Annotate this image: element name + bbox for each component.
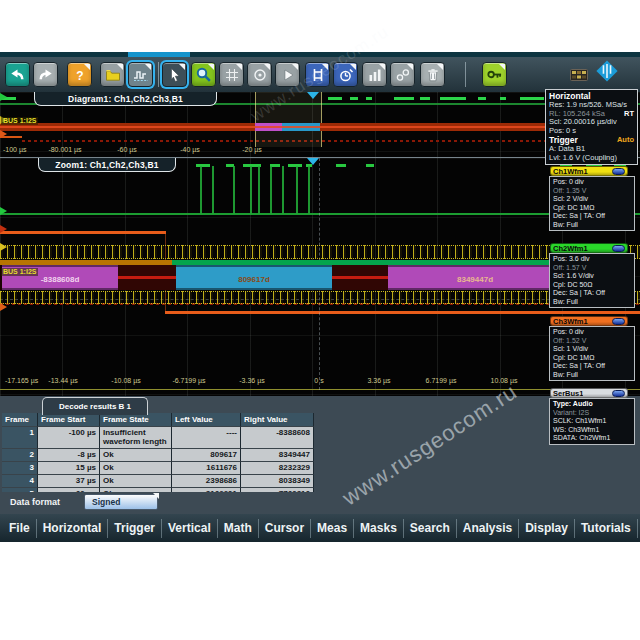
menu-masks[interactable]: Masks — [354, 519, 404, 538]
ch2-dash — [328, 97, 342, 100]
file-open-button[interactable] — [100, 62, 125, 87]
reference-button[interactable] — [275, 62, 300, 87]
channel-info-line: Off: 1.57 V — [553, 264, 631, 273]
autoset-key-button[interactable] — [482, 62, 507, 87]
zoom1-bus-label: BUS 1:I2S — [1, 268, 38, 276]
menu-tutorials[interactable]: Tutorials — [575, 519, 638, 538]
channel-name: Ch2Wfm1 — [553, 244, 588, 253]
redo-icon — [37, 66, 54, 83]
ch2-spike — [270, 166, 272, 214]
menu-analysis[interactable]: Analysis — [457, 519, 519, 538]
toolbar-separator — [158, 62, 159, 87]
table-row[interactable]: 1-100 µsInsufficient waveform length----… — [2, 427, 314, 449]
channel-marker — [0, 130, 7, 138]
keypad-icon[interactable] — [570, 67, 588, 85]
column-header-frame-start[interactable]: Frame Start — [38, 413, 100, 427]
serbus1-panel[interactable]: Type: AudioVariant: I2SSCLK: Ch1Wfm1WS: … — [549, 398, 635, 445]
ch1wfm1-panel[interactable]: Pos: 0 divOff: 1.35 VScl: 2 V/divCpl: DC… — [549, 176, 635, 231]
trigger-position-marker[interactable] — [307, 158, 319, 165]
ch3wfm1-header[interactable]: Ch3Wfm1 — [550, 316, 628, 326]
cursor-select-icon — [167, 67, 183, 83]
table-row[interactable]: 437 µsOk23986868038349 — [2, 475, 314, 488]
delete-tool-button[interactable] — [420, 62, 445, 87]
zone-trigger-button[interactable] — [219, 62, 244, 87]
column-header-left-value[interactable]: Left Value — [172, 413, 241, 427]
frame-cell: Ok — [100, 449, 172, 462]
ch3wfm1-panel[interactable]: Pos: 0 divOff: 1.52 VScl: 1 V/divCpl: DC… — [549, 326, 635, 381]
ch2-dash-zoom — [288, 164, 302, 167]
ch2-dash-zoom — [366, 164, 374, 167]
redo-button[interactable] — [33, 62, 58, 87]
column-header-right-value[interactable]: Right Value — [241, 413, 314, 427]
measurement-button[interactable] — [247, 62, 272, 87]
channel-info-line: Scl: 1.6 V/div — [553, 272, 631, 281]
vertical-tool-icon — [310, 67, 326, 83]
column-header-frame[interactable]: Frame — [2, 413, 38, 427]
x-axis-label: 3.36 µs — [367, 377, 390, 384]
ch1wfm1-header[interactable]: Ch1Wfm1 — [550, 166, 628, 176]
decode-results-tab[interactable]: Decode results B 1 — [42, 397, 148, 415]
zoom-axis-baseline — [0, 389, 640, 390]
delete-tool-icon — [425, 67, 441, 83]
histogram-tool-button[interactable] — [362, 62, 387, 87]
table-row[interactable]: 2-8 µsOk8096178349447 — [2, 449, 314, 462]
decode-results-table[interactable]: FrameFrame StartFrame StateLeft ValueRig… — [2, 413, 314, 501]
ch2-trace-zoom — [0, 213, 640, 215]
column-header-frame-state[interactable]: Frame State — [100, 413, 172, 427]
table-row[interactable]: 315 µsOk16116768232329 — [2, 462, 314, 475]
svg-text:?: ? — [76, 68, 83, 82]
ch2-dash — [500, 97, 506, 100]
ch2-dash — [350, 97, 358, 100]
ch2wfm1-panel[interactable]: Pos: 3.6 divOff: 1.57 VScl: 1.6 V/divCpl… — [549, 253, 635, 308]
diagram1-tab[interactable]: Diagram1: Ch1,Ch2,Ch3,B1 — [34, 92, 217, 106]
zoom-mode-button[interactable] — [191, 62, 216, 87]
frame-cell: 8232329 — [241, 462, 314, 475]
menu-meas[interactable]: Meas — [311, 519, 354, 538]
minimize-badge[interactable] — [612, 245, 625, 252]
bus-frame-segment[interactable]: 809617d — [176, 265, 332, 290]
minimize-badge[interactable] — [612, 318, 625, 325]
serbus1-header[interactable]: SerBus1 — [550, 388, 628, 398]
trigger-position-marker[interactable] — [307, 92, 319, 99]
menu-vertical[interactable]: Vertical — [162, 519, 218, 538]
x-axis-label: -13.44 µs — [48, 377, 77, 384]
ch2wfm1-header[interactable]: Ch2Wfm1 — [550, 243, 628, 253]
menu-trigger[interactable]: Trigger — [108, 519, 162, 538]
ch2-dash — [520, 97, 544, 100]
display-setup-button[interactable] — [128, 62, 153, 87]
display-setup-icon — [133, 67, 149, 83]
channel-info-line: Cpl: DC 1MΩ — [553, 354, 631, 363]
channel-info-line: Scl: 2 V/div — [553, 195, 631, 204]
menu-horizontal[interactable]: Horizontal — [37, 519, 109, 538]
zoom-window-highlight — [255, 92, 322, 147]
xy-tool-button[interactable] — [390, 62, 415, 87]
channel-info-line: Pos: 0 div — [553, 178, 631, 187]
minimize-badge[interactable] — [612, 168, 625, 175]
undo-icon — [9, 66, 26, 83]
channel-info-line: Off: 1.35 V — [553, 187, 631, 196]
undo-button[interactable] — [5, 62, 30, 87]
info-text: Lvl: 1.6 V (Coupling) — [549, 154, 617, 163]
ch2-spike — [212, 166, 214, 214]
zoom1-tab[interactable]: Zoom1: Ch1,Ch2,Ch3,B1 — [38, 158, 176, 172]
diagram1-bus-label: BUS 1:I2S — [1, 117, 38, 125]
data-format-select[interactable]: Signed — [84, 494, 158, 510]
horizontal-trigger-panel[interactable]: Horizontal Res: 1.9 ns/526. MSa/sRL: 105… — [545, 89, 638, 165]
frame-cell: Ok — [100, 462, 172, 475]
menu-bar: FileHorizontalTriggerVerticalMathCursorM… — [0, 514, 640, 542]
cursor-select-button[interactable] — [162, 62, 187, 87]
rohde-schwarz-logo — [594, 60, 620, 86]
help-button[interactable]: ? — [67, 62, 92, 87]
x-axis-label: -20 µs — [242, 146, 262, 153]
bus-frame-segment[interactable]: 8349447d — [388, 265, 562, 290]
menu-math[interactable]: Math — [218, 519, 259, 538]
frame-number-cell: 4 — [2, 475, 38, 488]
menu-search[interactable]: Search — [404, 519, 457, 538]
menu-display[interactable]: Display — [519, 519, 575, 538]
channel-info-line: Bw: Full — [553, 371, 631, 380]
menu-cursor[interactable]: Cursor — [259, 519, 311, 538]
vertical-tool-button[interactable] — [305, 62, 330, 87]
acquisition-tool-button[interactable] — [333, 62, 358, 87]
minimize-badge[interactable] — [612, 390, 625, 397]
menu-file[interactable]: File — [3, 519, 37, 538]
